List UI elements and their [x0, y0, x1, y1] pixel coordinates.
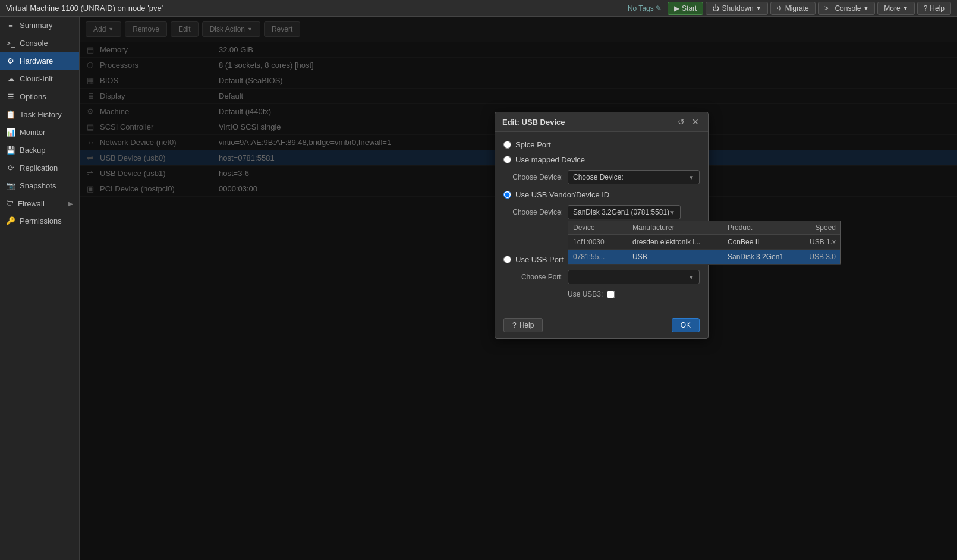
console-icon: >_ [6, 39, 15, 48]
main-layout: ≡ Summary >_ Console ⚙ Hardware ☁ Cloud-… [0, 17, 957, 560]
sidebar-item-snapshots[interactable]: 📷 Snapshots [0, 177, 79, 195]
device-dropdown-arrow-icon: ▼ [669, 209, 675, 216]
dropdown-header: Device Manufacturer Product Speed [568, 221, 840, 235]
sidebar-item-task-history[interactable]: 📋 Task History [0, 106, 79, 124]
sidebar-item-firewall[interactable]: 🛡 Firewall ▶ [0, 195, 79, 212]
list-item[interactable]: 0781:55... USB SanDisk 3.2Gen1 USB 3.0 [568, 250, 840, 265]
ok-button[interactable]: OK [672, 318, 700, 332]
replication-icon: ⟳ [6, 163, 15, 172]
device-dropdown-container: SanDisk 3.2Gen1 (0781:5581) ▼ Device Man… [568, 205, 681, 219]
port-dropdown-arrow-icon: ▼ [688, 274, 694, 281]
sidebar-item-monitor[interactable]: 📊 Monitor [0, 124, 79, 141]
vendor-device-radio[interactable] [503, 191, 511, 199]
sidebar: ≡ Summary >_ Console ⚙ Hardware ☁ Cloud-… [0, 17, 80, 560]
backup-icon: 💾 [6, 146, 15, 155]
use-usb3-label: Use USB3: [568, 290, 603, 298]
modal-header: Edit: USB Device ↺ ✕ [495, 112, 708, 132]
list-item[interactable]: 1cf1:0030 dresden elektronik i... ConBee… [568, 235, 840, 250]
console-button[interactable]: >_ Console ▼ [818, 2, 876, 15]
help-button[interactable]: ? Help [917, 2, 951, 15]
modal-body: Spice Port Use mapped Device Choose Devi… [495, 132, 708, 309]
task-history-icon: 📋 [6, 110, 15, 119]
snapshots-icon: 📷 [6, 181, 15, 190]
top-actions: ▶ Start ⏻ Shutdown ▼ ✈ Migrate >_ Consol… [668, 2, 951, 15]
choose-port-label: Choose Port: [503, 273, 563, 281]
firewall-arrow-icon: ▶ [68, 200, 73, 207]
sidebar-item-permissions[interactable]: 🔑 Permissions [0, 212, 79, 230]
more-button[interactable]: More ▼ [877, 2, 914, 15]
sidebar-item-hardware[interactable]: ⚙ Hardware [0, 52, 79, 70]
modal-close-button[interactable]: ✕ [690, 117, 701, 127]
cloud-init-icon: ☁ [6, 74, 15, 83]
usb-port-radio[interactable] [503, 256, 511, 263]
options-icon: ☰ [6, 92, 15, 101]
content-area: Add ▼ Remove Edit Disk Action ▼ Revert ▤… [80, 17, 957, 560]
dropdown-arrow-icon: ▼ [688, 174, 694, 181]
vm-title: Virtual Machine 1100 (UNRAID) on node 'p… [6, 4, 622, 12]
no-tags-link[interactable]: No Tags ✎ [628, 4, 662, 12]
modal-title: Edit: USB Device [502, 118, 565, 127]
modal-reset-button[interactable]: ↺ [676, 117, 687, 127]
port-choose-row: Choose Port: ▼ [503, 270, 700, 284]
modal-header-actions: ↺ ✕ [676, 117, 701, 127]
topbar: Virtual Machine 1100 (UNRAID) on node 'p… [0, 0, 957, 17]
mapped-choose-device-row: Choose Device: Choose Device: ▼ [503, 170, 700, 184]
edit-usb-modal: Edit: USB Device ↺ ✕ Spice Port [495, 112, 709, 339]
device-dropdown-list: Device Manufacturer Product Speed 1cf1:0… [568, 221, 841, 265]
use-usb3-checkbox[interactable] [607, 291, 615, 298]
sidebar-item-backup[interactable]: 💾 Backup [0, 141, 79, 159]
summary-icon: ≡ [6, 21, 15, 30]
modal-overlay: Edit: USB Device ↺ ✕ Spice Port [80, 17, 957, 560]
sidebar-item-options[interactable]: ☰ Options [0, 88, 79, 106]
mapped-device-option[interactable]: Use mapped Device [503, 155, 700, 164]
use-usb3-row: Use USB3: [503, 290, 700, 298]
spice-port-radio[interactable] [503, 141, 511, 149]
vendor-choose-device-row: Choose Device: SanDisk 3.2Gen1 (0781:558… [503, 205, 700, 219]
vendor-device-option[interactable]: Use USB Vendor/Device ID [503, 190, 700, 199]
permissions-icon: 🔑 [6, 216, 15, 225]
firewall-icon: 🛡 [6, 199, 14, 208]
sidebar-item-summary[interactable]: ≡ Summary [0, 17, 79, 34]
hardware-icon: ⚙ [6, 56, 15, 65]
mapped-device-radio[interactable] [503, 156, 511, 163]
sidebar-item-cloud-init[interactable]: ☁ Cloud-Init [0, 70, 79, 88]
usb-port-label: Use USB Port [515, 255, 564, 264]
monitor-icon: 📊 [6, 128, 15, 137]
sidebar-item-replication[interactable]: ⟳ Replication [0, 159, 79, 177]
sidebar-item-console[interactable]: >_ Console [0, 34, 79, 52]
modal-footer: ? Help OK [495, 312, 708, 338]
help-button[interactable]: ? Help [503, 318, 543, 332]
choose-device-input[interactable]: SanDisk 3.2Gen1 (0781:5581) ▼ [568, 205, 681, 219]
vendor-device-label: Use USB Vendor/Device ID [515, 190, 609, 199]
choose-device-label-mapped: Choose Device: [503, 173, 563, 181]
spice-port-label: Spice Port [515, 140, 551, 149]
choose-port-input[interactable]: ▼ [568, 270, 700, 284]
start-button[interactable]: ▶ Start [668, 2, 703, 15]
choose-device-label-vendor: Choose Device: [503, 208, 563, 216]
migrate-button[interactable]: ✈ Migrate [770, 2, 816, 15]
mapped-device-label: Use mapped Device [515, 155, 585, 164]
choose-device-dropdown-mapped[interactable]: Choose Device: ▼ [568, 170, 700, 184]
shutdown-button[interactable]: ⏻ Shutdown ▼ [706, 2, 767, 15]
spice-port-option[interactable]: Spice Port [503, 140, 700, 149]
